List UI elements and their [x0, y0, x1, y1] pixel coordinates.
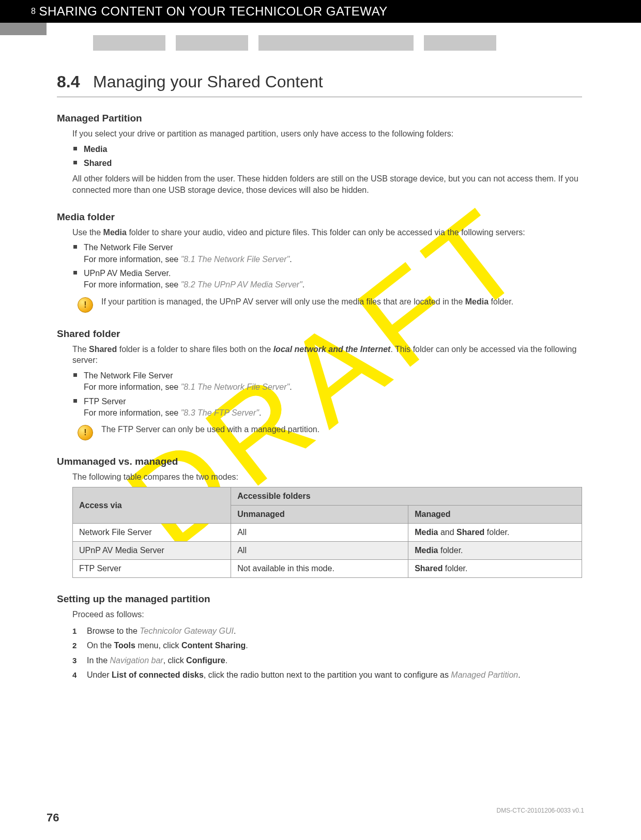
body-text: The following table compares the two mod…	[72, 471, 582, 483]
list-item: The Network File Server For more informa…	[72, 242, 582, 265]
warning-icon	[78, 297, 93, 313]
page-number: 76	[47, 811, 59, 824]
step-item: Under List of connected disks, click the…	[72, 668, 582, 682]
note-text: The FTP Server can only be used with a m…	[101, 424, 319, 435]
list-item: Shared	[72, 158, 582, 169]
page-content: DRAFT 8.4Managing your Shared Content Ma…	[57, 72, 582, 685]
chapter-header: 8 SHARING CONTENT ON YOUR TECHNICOLOR GA…	[0, 0, 641, 23]
tab-strip	[0, 35, 641, 51]
chapter-title: SHARING CONTENT ON YOUR TECHNICOLOR GATE…	[39, 4, 387, 19]
bullet-list: Media Shared	[72, 144, 582, 170]
cross-ref-link[interactable]: "8.3 The FTP Server"	[181, 408, 259, 417]
subheading-setup: Setting up the managed partition	[57, 593, 582, 605]
bullet-list: The Network File Server For more informa…	[72, 370, 582, 419]
warning-icon	[78, 425, 93, 440]
tab-marker	[424, 35, 496, 51]
list-item: The Network File Server For more informa…	[72, 370, 582, 393]
tab-marker	[176, 35, 248, 51]
subheading-shared-folder: Shared folder	[57, 328, 582, 340]
list-item: FTP Server For more information, see "8.…	[72, 396, 582, 419]
table-row: Network File Server All Media and Shared…	[73, 524, 582, 542]
table-header-row: Access via Accessible folders	[73, 487, 582, 506]
subheading-managed-partition: Managed Partition	[57, 113, 582, 124]
section-number: 8.4	[57, 72, 93, 91]
note-callout: The FTP Server can only be used with a m…	[78, 424, 582, 440]
numbered-steps: Browse to the Technicolor Gateway GUI. O…	[72, 624, 582, 682]
tab-marker	[258, 35, 414, 51]
document-page: 8 SHARING CONTENT ON YOUR TECHNICOLOR GA…	[0, 0, 641, 840]
cross-ref-link[interactable]: "8.1 The Network File Server"	[181, 255, 290, 264]
list-item: UPnP AV Media Server. For more informati…	[72, 268, 582, 291]
body-text: Proceed as follows:	[72, 609, 582, 620]
step-item: On the Tools menu, click Content Sharing…	[72, 639, 582, 652]
step-item: Browse to the Technicolor Gateway GUI.	[72, 624, 582, 638]
comparison-table: Access via Accessible folders Unmanaged …	[72, 487, 582, 578]
bullet-list: The Network File Server For more informa…	[72, 242, 582, 291]
page-footer: 76 DMS-CTC-20101206-0033 v0.1	[0, 804, 641, 824]
header-accent	[0, 23, 47, 35]
tab-marker	[93, 35, 165, 51]
body-text: The Shared folder is a folder to share f…	[72, 344, 582, 366]
table-row: UPnP AV Media Server All Media folder.	[73, 542, 582, 560]
list-item: Media	[72, 144, 582, 155]
th-access: Access via	[73, 487, 231, 524]
cross-ref-link[interactable]: "8.1 The Network File Server"	[181, 383, 290, 391]
section-heading: 8.4Managing your Shared Content	[57, 72, 582, 97]
body-text: If you select your drive or partition as…	[72, 128, 582, 140]
note-callout: If your partition is managed, the UPnP A…	[78, 296, 582, 313]
table-row: FTP Server Not available in this mode. S…	[73, 560, 582, 578]
body-text: All other folders will be hidden from th…	[72, 173, 582, 195]
note-text: If your partition is managed, the UPnP A…	[101, 296, 513, 308]
subheading-compare: Ummanaged vs. managed	[57, 456, 582, 467]
cross-ref-link[interactable]: "8.2 The UPnP AV Media Server"	[181, 280, 302, 289]
th-unmanaged: Unmanaged	[231, 506, 408, 524]
body-text: Use the Media folder to share your audio…	[72, 227, 582, 238]
th-managed: Managed	[408, 506, 582, 524]
subheading-media-folder: Media folder	[57, 211, 582, 223]
document-id: DMS-CTC-20101206-0033 v0.1	[497, 807, 584, 814]
section-title: Managing your Shared Content	[93, 72, 323, 91]
chapter-number: 8	[31, 7, 36, 16]
step-item: In the Navigation bar, click Configure.	[72, 654, 582, 667]
th-folders: Accessible folders	[231, 487, 582, 506]
